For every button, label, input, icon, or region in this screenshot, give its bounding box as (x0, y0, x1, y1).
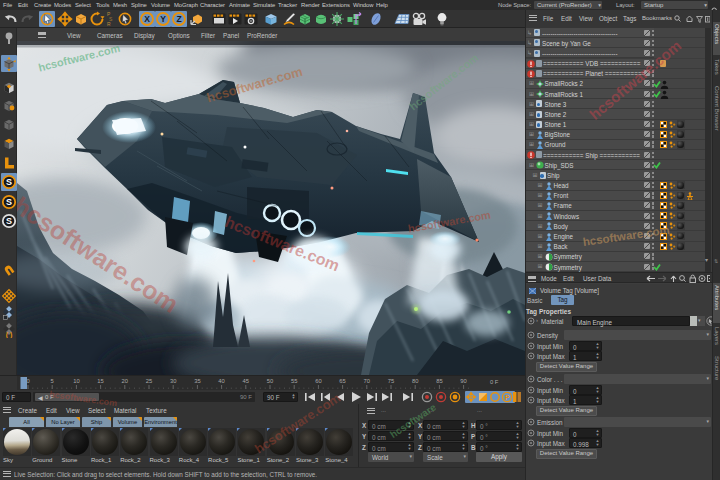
svg-text:40: 40 (218, 378, 224, 384)
svg-text:80: 80 (412, 378, 418, 384)
svg-text:25: 25 (146, 378, 152, 384)
svg-text:S: S (5, 197, 11, 207)
svg-text:45: 45 (243, 378, 249, 384)
svg-text:90: 90 (460, 378, 466, 384)
svg-text:20: 20 (122, 378, 128, 384)
svg-text:Z: Z (176, 14, 181, 24)
svg-text:15: 15 (97, 378, 103, 384)
svg-text:5: 5 (51, 378, 54, 384)
svg-text:50: 50 (267, 378, 273, 384)
svg-text:X: X (144, 14, 150, 24)
svg-text:75: 75 (388, 378, 394, 384)
svg-text:30: 30 (170, 378, 176, 384)
svg-text:S: S (5, 216, 11, 226)
svg-text:60: 60 (315, 378, 321, 384)
svg-text:0 F: 0 F (490, 379, 499, 385)
svg-text:( ): ( ) (5, 331, 12, 338)
svg-text:35: 35 (194, 378, 200, 384)
svg-text:S: S (5, 177, 11, 187)
svg-text:85: 85 (436, 378, 442, 384)
svg-text:70: 70 (364, 378, 370, 384)
svg-text:Y: Y (160, 14, 166, 24)
svg-text:55: 55 (291, 378, 297, 384)
svg-text:P: P (505, 394, 510, 401)
svg-text:10: 10 (73, 378, 79, 384)
svg-text:65: 65 (339, 378, 345, 384)
svg-text:R: R (107, 21, 111, 27)
